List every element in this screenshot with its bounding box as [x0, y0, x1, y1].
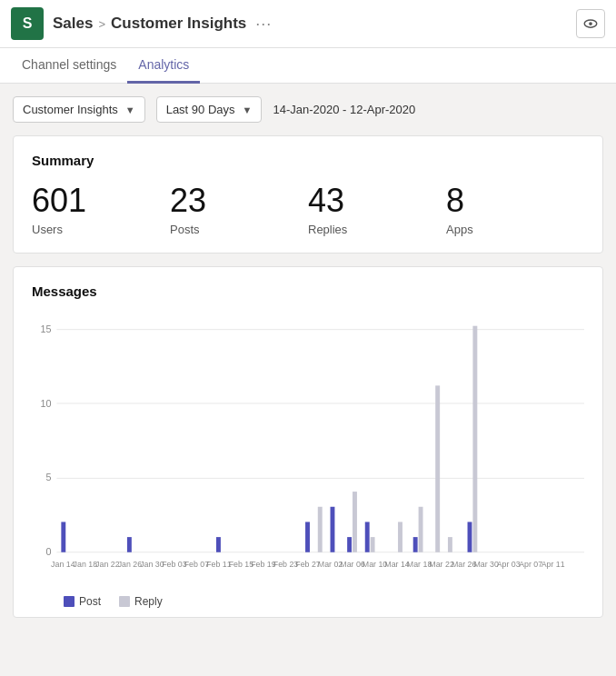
channel-name: Sales: [53, 15, 93, 33]
summary-item-apps: 8 Apps: [446, 183, 584, 236]
messages-chart-title: Messages: [32, 283, 584, 299]
bar-reply-18: [419, 506, 423, 552]
summary-item-replies: 43 Replies: [308, 183, 446, 236]
channel-dropdown-chevron: ▼: [125, 104, 135, 115]
apps-count: 8: [446, 183, 584, 219]
header-title: Sales > Customer Insights ···: [53, 15, 567, 34]
svg-text:5: 5: [46, 472, 52, 482]
main-content: Customer Insights ▼ Last 90 Days ▼ 14-Ja…: [0, 84, 616, 631]
legend-post-label: Post: [79, 595, 101, 608]
legend-reply-label: Reply: [134, 595, 163, 608]
svg-text:10: 10: [41, 398, 52, 409]
svg-text:Apr 03: Apr 03: [497, 560, 521, 569]
app-icon: S: [11, 7, 44, 40]
bar-reply-12: [318, 506, 323, 552]
bar-post-21: [468, 522, 472, 552]
breadcrumb-chevron: >: [98, 17, 105, 31]
header: S Sales > Customer Insights ···: [0, 0, 616, 48]
filter-row: Customer Insights ▼ Last 90 Days ▼ 14-Ja…: [13, 96, 603, 123]
summary-row: 601 Users 23 Posts 43 Replies 8 Apps: [32, 183, 584, 236]
period-dropdown[interactable]: Last 90 Days ▼: [156, 96, 263, 123]
replies-label: Replies: [308, 223, 446, 236]
bar-reply-15: [371, 537, 375, 552]
posts-count: 23: [170, 183, 308, 219]
users-count: 601: [32, 183, 170, 219]
messages-chart-area: 15 10 5 0: [32, 313, 584, 586]
tabs-bar: Channel settings Analytics: [0, 48, 616, 84]
users-label: Users: [32, 223, 170, 236]
svg-text:Feb 03: Feb 03: [162, 560, 187, 569]
legend-reply: Reply: [119, 595, 163, 608]
legend-post: Post: [64, 595, 101, 608]
bar-reply-19: [435, 385, 440, 552]
summary-title: Summary: [32, 153, 584, 168]
svg-text:Feb 27: Feb 27: [295, 560, 321, 569]
bar-reply-21: [472, 325, 477, 552]
bar-post-18: [413, 537, 418, 552]
bar-reply-17: [398, 522, 402, 552]
eye-button[interactable]: [576, 9, 605, 38]
svg-text:Mar 30: Mar 30: [473, 560, 499, 569]
apps-label: Apps: [446, 223, 584, 236]
svg-text:Feb 23: Feb 23: [273, 560, 299, 569]
svg-text:15: 15: [41, 323, 52, 333]
svg-text:Mar 02: Mar 02: [318, 560, 343, 569]
svg-text:Apr 11: Apr 11: [541, 560, 565, 569]
svg-text:Feb 15: Feb 15: [229, 560, 254, 569]
svg-text:Jan 26: Jan 26: [118, 560, 143, 569]
bar-reply-14: [353, 492, 357, 552]
svg-text:Jan 14: Jan 14: [51, 560, 75, 569]
svg-text:Jan 22: Jan 22: [95, 560, 120, 569]
bar-reply-20: [448, 537, 452, 552]
svg-text:Feb 11: Feb 11: [206, 560, 232, 569]
legend-post-box: [64, 596, 75, 607]
svg-text:0: 0: [46, 545, 52, 556]
bar-post-0: [61, 522, 65, 552]
tab-channel-settings[interactable]: Channel settings: [11, 48, 127, 84]
summary-item-users: 601 Users: [32, 183, 170, 236]
sub-channel-name: Customer Insights: [111, 15, 246, 33]
period-dropdown-label: Last 90 Days: [166, 103, 235, 116]
date-range-label: 14-Jan-2020 - 12-Apr-2020: [273, 103, 415, 116]
bar-post-13: [331, 506, 335, 552]
svg-text:Jan 18: Jan 18: [74, 560, 98, 569]
more-options-icon[interactable]: ···: [255, 15, 272, 34]
legend-reply-box: [119, 596, 130, 607]
summary-item-posts: 23 Posts: [170, 183, 308, 236]
channel-dropdown[interactable]: Customer Insights ▼: [13, 96, 145, 123]
svg-text:Mar 18: Mar 18: [407, 560, 432, 569]
svg-text:Feb 19: Feb 19: [251, 560, 276, 569]
posts-label: Posts: [170, 223, 308, 236]
svg-text:Mar 14: Mar 14: [384, 560, 410, 569]
svg-point-1: [589, 22, 592, 25]
svg-text:Mar 10: Mar 10: [363, 560, 388, 569]
svg-text:Mar 26: Mar 26: [452, 560, 477, 569]
channel-dropdown-label: Customer Insights: [23, 103, 118, 116]
messages-chart-svg: 15 10 5 0: [32, 313, 584, 586]
bar-post-3: [127, 537, 132, 552]
bar-post-14: [347, 537, 352, 552]
svg-text:Mar 22: Mar 22: [429, 560, 454, 569]
bar-post-7: [216, 537, 221, 552]
replies-count: 43: [308, 183, 446, 219]
period-dropdown-chevron: ▼: [243, 104, 253, 115]
summary-card: Summary 601 Users 23 Posts 43 Replies 8 …: [13, 135, 603, 254]
svg-text:Jan 30: Jan 30: [140, 560, 164, 569]
messages-chart-card: Messages 15 10 5 0: [13, 266, 603, 618]
bar-post-15: [365, 522, 370, 552]
svg-text:Mar 06: Mar 06: [340, 560, 365, 569]
bar-post-11: [305, 522, 310, 552]
svg-text:Feb 07: Feb 07: [184, 560, 210, 569]
chart-legend: Post Reply: [32, 595, 584, 608]
tab-analytics[interactable]: Analytics: [127, 48, 200, 84]
svg-text:Apr 07: Apr 07: [519, 560, 542, 569]
